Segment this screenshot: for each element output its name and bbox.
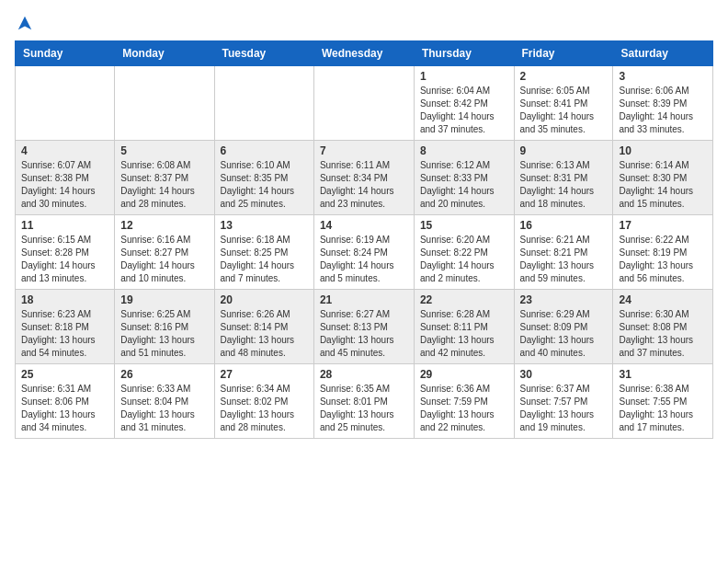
day-info: Sunrise: 6:06 AM Sunset: 8:39 PM Dayligh… <box>619 85 707 136</box>
day-number: 13 <box>221 219 308 232</box>
day-number: 20 <box>221 293 308 306</box>
calendar-cell: 31Sunrise: 6:38 AM Sunset: 7:55 PM Dayli… <box>613 364 713 439</box>
day-number: 6 <box>221 144 308 157</box>
day-number: 26 <box>120 368 208 381</box>
day-number: 5 <box>120 144 208 157</box>
day-info: Sunrise: 6:11 AM Sunset: 8:34 PM Dayligh… <box>320 159 408 211</box>
day-number: 7 <box>320 144 408 157</box>
day-number: 31 <box>619 368 707 381</box>
day-info: Sunrise: 6:38 AM Sunset: 7:55 PM Dayligh… <box>619 383 707 434</box>
calendar-week-row: 25Sunrise: 6:31 AM Sunset: 8:06 PM Dayli… <box>16 364 713 439</box>
day-info: Sunrise: 6:20 AM Sunset: 8:22 PM Dayligh… <box>420 234 508 285</box>
day-header-tuesday: Tuesday <box>214 41 313 66</box>
logo <box>15 15 33 31</box>
day-number: 2 <box>520 70 608 83</box>
svg-marker-0 <box>18 17 31 29</box>
day-info: Sunrise: 6:13 AM Sunset: 8:31 PM Dayligh… <box>520 159 608 211</box>
day-number: 19 <box>120 293 208 306</box>
calendar-cell: 21Sunrise: 6:27 AM Sunset: 8:13 PM Dayli… <box>313 290 414 364</box>
calendar-cell: 25Sunrise: 6:31 AM Sunset: 8:06 PM Dayli… <box>16 364 115 439</box>
calendar-week-row: 18Sunrise: 6:23 AM Sunset: 8:18 PM Dayli… <box>16 290 713 364</box>
day-number: 9 <box>520 144 608 157</box>
page-header <box>15 15 713 31</box>
calendar-cell: 7Sunrise: 6:11 AM Sunset: 8:34 PM Daylig… <box>313 141 414 215</box>
day-number: 11 <box>21 219 108 232</box>
calendar-week-row: 4Sunrise: 6:07 AM Sunset: 8:38 PM Daylig… <box>16 141 713 215</box>
day-number: 29 <box>420 368 508 381</box>
calendar-cell: 23Sunrise: 6:29 AM Sunset: 8:09 PM Dayli… <box>514 290 613 364</box>
day-number: 16 <box>520 219 608 232</box>
day-number: 10 <box>619 144 707 157</box>
day-number: 25 <box>21 368 108 381</box>
day-info: Sunrise: 6:12 AM Sunset: 8:33 PM Dayligh… <box>420 159 508 211</box>
calendar-cell: 12Sunrise: 6:16 AM Sunset: 8:27 PM Dayli… <box>115 215 214 290</box>
day-number: 14 <box>320 219 408 232</box>
calendar-cell: 8Sunrise: 6:12 AM Sunset: 8:33 PM Daylig… <box>414 141 514 215</box>
day-info: Sunrise: 6:10 AM Sunset: 8:35 PM Dayligh… <box>221 159 308 211</box>
day-info: Sunrise: 6:27 AM Sunset: 8:13 PM Dayligh… <box>320 308 408 360</box>
day-header-friday: Friday <box>514 41 613 66</box>
day-info: Sunrise: 6:22 AM Sunset: 8:19 PM Dayligh… <box>619 234 707 285</box>
calendar-header-row: SundayMondayTuesdayWednesdayThursdayFrid… <box>16 41 713 66</box>
day-info: Sunrise: 6:28 AM Sunset: 8:11 PM Dayligh… <box>420 308 508 360</box>
day-number: 15 <box>420 219 508 232</box>
calendar-cell: 19Sunrise: 6:25 AM Sunset: 8:16 PM Dayli… <box>115 290 214 364</box>
day-number: 30 <box>520 368 608 381</box>
day-header-monday: Monday <box>115 41 214 66</box>
day-info: Sunrise: 6:05 AM Sunset: 8:41 PM Dayligh… <box>520 85 608 136</box>
logo-icon <box>17 15 33 31</box>
calendar-table: SundayMondayTuesdayWednesdayThursdayFrid… <box>15 40 713 439</box>
day-number: 18 <box>21 293 108 306</box>
calendar-cell: 13Sunrise: 6:18 AM Sunset: 8:25 PM Dayli… <box>214 215 313 290</box>
day-number: 1 <box>420 70 508 83</box>
calendar-cell: 1Sunrise: 6:04 AM Sunset: 8:42 PM Daylig… <box>414 66 514 141</box>
day-info: Sunrise: 6:26 AM Sunset: 8:14 PM Dayligh… <box>221 308 308 360</box>
calendar-cell: 5Sunrise: 6:08 AM Sunset: 8:37 PM Daylig… <box>115 141 214 215</box>
day-info: Sunrise: 6:29 AM Sunset: 8:09 PM Dayligh… <box>520 308 608 360</box>
day-info: Sunrise: 6:30 AM Sunset: 8:08 PM Dayligh… <box>619 308 707 360</box>
calendar-cell: 14Sunrise: 6:19 AM Sunset: 8:24 PM Dayli… <box>313 215 414 290</box>
day-info: Sunrise: 6:15 AM Sunset: 8:28 PM Dayligh… <box>21 234 108 285</box>
day-info: Sunrise: 6:25 AM Sunset: 8:16 PM Dayligh… <box>120 308 208 360</box>
calendar-cell <box>313 66 414 141</box>
calendar-cell: 30Sunrise: 6:37 AM Sunset: 7:57 PM Dayli… <box>514 364 613 439</box>
day-info: Sunrise: 6:35 AM Sunset: 8:01 PM Dayligh… <box>320 383 408 434</box>
day-info: Sunrise: 6:33 AM Sunset: 8:04 PM Dayligh… <box>120 383 208 434</box>
day-info: Sunrise: 6:04 AM Sunset: 8:42 PM Dayligh… <box>420 85 508 136</box>
calendar-cell: 2Sunrise: 6:05 AM Sunset: 8:41 PM Daylig… <box>514 66 613 141</box>
day-number: 22 <box>420 293 508 306</box>
day-info: Sunrise: 6:23 AM Sunset: 8:18 PM Dayligh… <box>21 308 108 360</box>
day-header-thursday: Thursday <box>414 41 514 66</box>
day-info: Sunrise: 6:31 AM Sunset: 8:06 PM Dayligh… <box>21 383 108 434</box>
day-number: 4 <box>21 144 108 157</box>
day-info: Sunrise: 6:37 AM Sunset: 7:57 PM Dayligh… <box>520 383 608 434</box>
day-info: Sunrise: 6:36 AM Sunset: 7:59 PM Dayligh… <box>420 383 508 434</box>
day-info: Sunrise: 6:14 AM Sunset: 8:30 PM Dayligh… <box>619 159 707 211</box>
day-info: Sunrise: 6:34 AM Sunset: 8:02 PM Dayligh… <box>221 383 308 434</box>
day-info: Sunrise: 6:21 AM Sunset: 8:21 PM Dayligh… <box>520 234 608 285</box>
calendar-cell: 18Sunrise: 6:23 AM Sunset: 8:18 PM Dayli… <box>16 290 115 364</box>
calendar-cell <box>16 66 115 141</box>
calendar-cell: 22Sunrise: 6:28 AM Sunset: 8:11 PM Dayli… <box>414 290 514 364</box>
calendar-cell: 20Sunrise: 6:26 AM Sunset: 8:14 PM Dayli… <box>214 290 313 364</box>
calendar-cell: 10Sunrise: 6:14 AM Sunset: 8:30 PM Dayli… <box>613 141 713 215</box>
calendar-cell: 15Sunrise: 6:20 AM Sunset: 8:22 PM Dayli… <box>414 215 514 290</box>
day-info: Sunrise: 6:16 AM Sunset: 8:27 PM Dayligh… <box>120 234 208 285</box>
calendar-cell: 26Sunrise: 6:33 AM Sunset: 8:04 PM Dayli… <box>115 364 214 439</box>
calendar-cell: 27Sunrise: 6:34 AM Sunset: 8:02 PM Dayli… <box>214 364 313 439</box>
calendar-week-row: 11Sunrise: 6:15 AM Sunset: 8:28 PM Dayli… <box>16 215 713 290</box>
day-info: Sunrise: 6:19 AM Sunset: 8:24 PM Dayligh… <box>320 234 408 285</box>
calendar-cell <box>214 66 313 141</box>
day-number: 27 <box>221 368 308 381</box>
day-number: 3 <box>619 70 707 83</box>
day-number: 28 <box>320 368 408 381</box>
day-info: Sunrise: 6:07 AM Sunset: 8:38 PM Dayligh… <box>21 159 108 211</box>
day-number: 21 <box>320 293 408 306</box>
calendar-cell: 24Sunrise: 6:30 AM Sunset: 8:08 PM Dayli… <box>613 290 713 364</box>
day-header-wednesday: Wednesday <box>313 41 414 66</box>
day-number: 17 <box>619 219 707 232</box>
day-header-saturday: Saturday <box>613 41 713 66</box>
day-number: 12 <box>120 219 208 232</box>
day-header-sunday: Sunday <box>16 41 115 66</box>
calendar-cell <box>115 66 214 141</box>
